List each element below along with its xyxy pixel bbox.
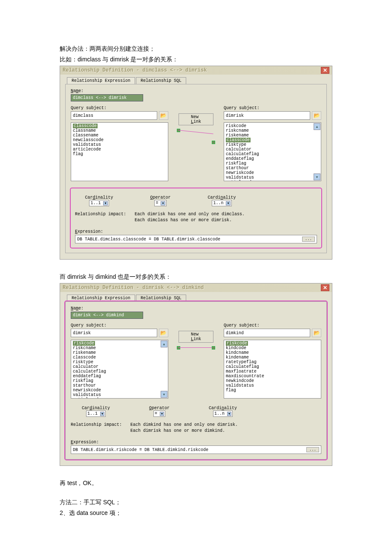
list-item[interactable]: articlecode bbox=[226, 180, 319, 181]
right-subject-combo[interactable]: dimkind bbox=[224, 329, 310, 337]
list-item[interactable]: classcode bbox=[73, 124, 98, 128]
list-item[interactable]: classcode bbox=[73, 355, 166, 360]
list-item[interactable]: riskflag bbox=[73, 379, 166, 383]
list-item[interactable]: riskcname bbox=[226, 128, 319, 133]
list-item[interactable]: validstatus bbox=[73, 393, 166, 397]
link-node bbox=[212, 346, 215, 350]
left-subject-combo[interactable]: dimrisk bbox=[71, 329, 157, 337]
left-cardinality[interactable]: 1..1▼ bbox=[89, 200, 109, 206]
list-item[interactable]: validstatus bbox=[73, 142, 166, 147]
query-subject-label: Query subject: bbox=[224, 106, 321, 110]
name-input[interactable]: dimrisk <--> dimkind bbox=[71, 312, 143, 319]
browse-button[interactable]: 📂 bbox=[159, 111, 168, 120]
query-subject-label: Query subject: bbox=[224, 323, 321, 328]
list-item[interactable]: calculateflag bbox=[226, 364, 319, 369]
scroll-down-icon[interactable]: ▼ bbox=[161, 391, 167, 398]
tab-sql[interactable]: Relationship SQL bbox=[136, 295, 186, 301]
browse-button[interactable]: 📂 bbox=[312, 329, 321, 337]
operator-select[interactable]: =▼ bbox=[154, 200, 166, 206]
list-item[interactable]: starthour bbox=[226, 166, 319, 171]
tab-expression[interactable]: Relationship Expression bbox=[67, 77, 135, 84]
list-item[interactable]: riskflag bbox=[226, 161, 319, 166]
close-button[interactable]: ✕ bbox=[321, 284, 329, 291]
doc-line: 解决办法：两两表间分别建立连接； bbox=[60, 44, 332, 53]
query-subject-label: Query subject: bbox=[71, 106, 168, 110]
browse-button[interactable]: 📂 bbox=[312, 111, 321, 120]
link-line bbox=[179, 347, 213, 348]
list-item[interactable]: newriskcode bbox=[226, 171, 319, 175]
expression-edit-button[interactable]: ... bbox=[302, 237, 315, 242]
expression-label: Expression: bbox=[71, 440, 321, 445]
left-cardinality[interactable]: 1..1▼ bbox=[86, 410, 106, 417]
list-item[interactable]: riskcode bbox=[226, 341, 248, 346]
list-item[interactable]: classname bbox=[73, 128, 166, 133]
list-item[interactable]: calculator bbox=[73, 364, 166, 369]
left-subject-combo[interactable]: dimclass bbox=[71, 111, 157, 120]
doc-line: 再 test，OK。 bbox=[60, 479, 332, 488]
list-item[interactable]: enddateflag bbox=[73, 374, 166, 379]
list-item[interactable]: kindcode bbox=[226, 346, 319, 350]
tab-sql[interactable]: Relationship SQL bbox=[136, 77, 186, 84]
right-cardinality[interactable]: 1..n▼ bbox=[212, 200, 231, 206]
scroll-up-icon[interactable]: ▲ bbox=[314, 123, 320, 130]
tab-expression[interactable]: Relationship Expression bbox=[67, 295, 135, 301]
list-item[interactable]: classcode bbox=[226, 138, 251, 142]
list-item[interactable]: starthour bbox=[73, 383, 166, 388]
dialog-title: Relationship Definition - dimrisk <--> d… bbox=[63, 285, 204, 291]
list-item[interactable]: risktype bbox=[226, 142, 319, 147]
link-node bbox=[177, 346, 180, 350]
operator-select[interactable]: =▼ bbox=[153, 410, 165, 417]
list-item[interactable]: newclasscode bbox=[73, 138, 166, 142]
list-item[interactable]: classename bbox=[73, 133, 166, 138]
new-link-button[interactable]: New Link bbox=[179, 113, 213, 125]
list-item[interactable]: calculateflag bbox=[226, 152, 319, 156]
scroll-up-icon[interactable]: ▲ bbox=[161, 341, 167, 347]
list-item[interactable]: calculateflag bbox=[73, 369, 166, 374]
query-subject-label: Query subject: bbox=[71, 323, 168, 328]
list-item[interactable]: newriskcode bbox=[73, 388, 166, 393]
list-item[interactable]: articlecode bbox=[73, 147, 166, 152]
right-fields-list[interactable]: riskcoderiskcnameriskenameclasscoderiskt… bbox=[224, 122, 321, 181]
link-node bbox=[212, 141, 215, 144]
right-cardinality[interactable]: 1..n▼ bbox=[213, 410, 233, 417]
expression-value[interactable]: DB TABLE.dimclass.classcode = DB TABLE.d… bbox=[77, 237, 220, 242]
scroll-down-icon[interactable]: ▼ bbox=[314, 173, 320, 180]
list-item[interactable]: ratetypeflag bbox=[226, 360, 319, 364]
left-fields-list[interactable]: classcodeclassnameclassenamenewclasscode… bbox=[71, 122, 168, 181]
list-item[interactable]: kindcname bbox=[226, 350, 319, 355]
cardinality-label: Cardinality bbox=[208, 195, 236, 200]
doc-line: 而 dimrisk 与 dimkind 也是一对多的关系： bbox=[60, 272, 332, 281]
list-item[interactable]: validstatus bbox=[226, 175, 319, 180]
operator-label: Operator bbox=[150, 195, 171, 200]
list-item[interactable]: maxfloatrate bbox=[226, 369, 319, 374]
list-item[interactable]: risktype bbox=[73, 360, 166, 364]
list-item[interactable]: calculator bbox=[226, 147, 319, 152]
name-label: Name: bbox=[71, 89, 321, 93]
list-item[interactable]: newkindcode bbox=[226, 379, 319, 383]
chevron-down-icon: ▼ bbox=[226, 201, 230, 205]
list-item[interactable]: maxdiscountrate bbox=[226, 374, 319, 379]
list-item[interactable]: validstatus bbox=[226, 383, 319, 388]
list-item[interactable]: riskcode bbox=[226, 124, 319, 128]
close-button[interactable]: ✕ bbox=[321, 67, 329, 74]
list-item[interactable]: riskename bbox=[226, 133, 319, 138]
name-input[interactable]: dimclass <--> dimrisk bbox=[71, 94, 143, 101]
list-item[interactable]: articlecode bbox=[73, 397, 166, 399]
list-item[interactable]: riskename bbox=[73, 350, 166, 355]
left-fields-list[interactable]: riskcoderiskcnameriskenameclasscoderiskt… bbox=[71, 340, 168, 399]
list-item[interactable]: kindename bbox=[226, 355, 319, 360]
link-line bbox=[179, 130, 213, 134]
dialog-titlebar: Relationship Definition - dimrisk <--> d… bbox=[60, 283, 332, 292]
expression-edit-button[interactable]: ... bbox=[306, 447, 319, 452]
list-item[interactable]: flag bbox=[73, 152, 166, 156]
impact-text: Each dimclass has one or more dimrisk. bbox=[135, 217, 245, 223]
right-fields-list[interactable]: riskcodekindcodekindcnamekindenameratety… bbox=[224, 340, 321, 399]
expression-value[interactable]: DB TABLE.dimrisk.riskcode = DB TABLE.dim… bbox=[73, 448, 208, 452]
right-subject-combo[interactable]: dimrisk bbox=[224, 111, 310, 120]
new-link-button[interactable]: New Link bbox=[179, 331, 213, 343]
list-item[interactable]: enddateflag bbox=[226, 156, 319, 161]
list-item[interactable]: riskcname bbox=[73, 346, 166, 350]
list-item[interactable]: riskcode bbox=[73, 341, 95, 346]
list-item[interactable]: flag bbox=[226, 388, 319, 393]
browse-button[interactable]: 📂 bbox=[159, 329, 168, 337]
